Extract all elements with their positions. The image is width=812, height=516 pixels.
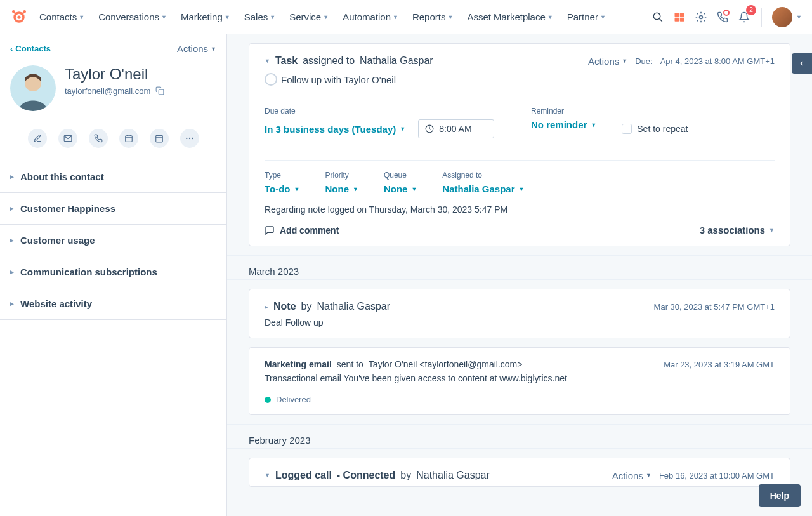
svg-rect-16 [159, 90, 164, 95]
marketplace-icon[interactable] [669, 6, 690, 28]
chevron-down-icon: ▼ [393, 14, 398, 20]
delivery-status: Delivered [249, 383, 790, 404]
note-card: ▸ Note by Nathalia Gaspar Mar 30, 2023 a… [249, 289, 790, 338]
sidebar-section-label: About this contact [20, 171, 104, 182]
sidebar-actions-dropdown[interactable]: Actions ▼ [177, 43, 216, 54]
note-author[interactable]: Nathalia Gaspar [317, 301, 390, 312]
reminder-dropdown[interactable]: No reminder ▼ [531, 119, 596, 130]
priority-label: Priority [325, 171, 358, 180]
queue-dropdown[interactable]: None▼ [384, 183, 417, 194]
due-date-dropdown[interactable]: In 3 business days (Tuesday) ▼ [265, 124, 405, 135]
sidebar-section-website[interactable]: ▸Website activity [0, 288, 226, 320]
chevron-down-icon: ▼ [161, 14, 167, 20]
sidebar-section-label: Website activity [20, 298, 92, 309]
comment-icon [265, 225, 275, 235]
nav-reports[interactable]: Reports▼ [412, 11, 453, 22]
settings-icon[interactable] [690, 6, 712, 28]
svg-point-2 [12, 10, 15, 13]
create-note-button[interactable] [28, 129, 47, 148]
chevron-right-icon: ▸ [10, 300, 14, 308]
hubspot-logo[interactable] [10, 8, 28, 26]
type-dropdown[interactable]: To-do▼ [265, 183, 299, 194]
task-assigned-to[interactable]: Nathalia Gaspar [360, 55, 433, 67]
contact-avatar[interactable] [10, 65, 56, 111]
user-avatar[interactable] [772, 7, 792, 27]
priority-dropdown[interactable]: None▼ [325, 183, 358, 194]
create-call-button[interactable] [89, 129, 108, 148]
svg-point-6 [653, 13, 660, 20]
contact-sidebar: ‹ Contacts Actions ▼ Taylor O'neil taylo… [0, 34, 227, 516]
set-to-repeat-checkbox[interactable]: Set to repeat [622, 119, 688, 138]
task-complete-checkbox[interactable] [265, 73, 277, 86]
svg-point-1 [17, 15, 20, 18]
add-comment-button[interactable]: Add comment [265, 225, 339, 235]
chevron-down-icon: ▼ [519, 186, 525, 192]
chevron-down-icon: ▼ [400, 126, 405, 132]
nav-partner[interactable]: Partner▼ [567, 11, 606, 22]
chevron-down-icon[interactable]: ▼ [796, 14, 802, 20]
nav-marketing[interactable]: Marketing▼ [181, 11, 230, 22]
nav-reports-label: Reports [412, 11, 446, 22]
chevron-right-icon[interactable]: ▸ [265, 303, 268, 311]
nav-sales[interactable]: Sales▼ [244, 11, 275, 22]
help-button[interactable]: Help [759, 484, 801, 507]
chevron-right-icon: ▸ [10, 204, 14, 213]
task-assigned-prefix: assigned to [303, 55, 355, 67]
call-actions-label: Actions [612, 470, 643, 481]
notifications-icon[interactable]: 2 [733, 6, 755, 28]
marketing-sent-prefix: sent to [337, 359, 363, 369]
note-body: Deal Follow up [249, 312, 790, 327]
more-actions-button[interactable] [180, 129, 199, 148]
create-meeting-button[interactable] [150, 129, 169, 148]
sidebar-section-usage[interactable]: ▸Customer usage [0, 225, 226, 256]
svg-rect-22 [155, 135, 162, 142]
create-task-button[interactable] [119, 129, 138, 148]
call-type-label: Logged call [275, 470, 332, 481]
reminder-label: Reminder [531, 107, 596, 116]
type-label: Type [265, 171, 299, 180]
month-header-march: March 2023 [227, 255, 812, 280]
assigned-to-dropdown[interactable]: Nathalia Gaspar▼ [442, 183, 524, 194]
chevron-down-icon: ▼ [323, 14, 329, 20]
create-email-button[interactable] [58, 129, 77, 148]
chevron-down-icon: ▼ [353, 186, 358, 192]
sidebar-section-label: Customer usage [20, 235, 95, 246]
marketing-type-label: Marketing email [265, 359, 332, 369]
sidebar-section-about[interactable]: ▸About this contact [0, 161, 226, 193]
nav-service[interactable]: Service▼ [289, 11, 329, 22]
right-drawer-toggle[interactable] [792, 53, 812, 74]
search-icon[interactable] [647, 6, 669, 28]
task-due-value: Apr 4, 2023 at 8:00 AM GMT+1 [660, 56, 775, 66]
due-time-input[interactable]: 8:00 AM [418, 119, 494, 138]
nav-automation[interactable]: Automation▼ [343, 11, 398, 22]
nav-asset-marketplace[interactable]: Asset Marketplace▼ [467, 11, 553, 22]
chevron-right-icon: ▸ [10, 268, 14, 276]
chevron-down-icon: ▼ [547, 14, 553, 20]
back-to-contacts[interactable]: ‹ Contacts [10, 44, 51, 53]
calling-icon[interactable] [712, 6, 733, 28]
nav-partner-label: Partner [567, 11, 598, 22]
queue-label: Queue [384, 171, 417, 180]
collapse-icon[interactable]: ▼ [265, 58, 270, 64]
svg-rect-9 [680, 13, 684, 17]
copy-icon[interactable] [155, 86, 164, 95]
nav-conversations-label: Conversations [98, 11, 159, 22]
note-by-prefix: by [301, 301, 312, 312]
sidebar-section-label: Communication subscriptions [20, 267, 157, 277]
associations-label: 3 associations [700, 225, 765, 235]
chevron-down-icon: ▼ [411, 186, 417, 192]
sidebar-section-happiness[interactable]: ▸Customer Happiness [0, 193, 226, 225]
sidebar-section-subscriptions[interactable]: ▸Communication subscriptions [0, 256, 226, 288]
task-actions-dropdown[interactable]: Actions ▼ [588, 56, 627, 67]
call-actions-dropdown[interactable]: Actions ▼ [612, 470, 652, 481]
call-author[interactable]: Nathalia Gaspar [416, 470, 490, 481]
topnav-divider [761, 8, 762, 27]
due-time-value: 8:00 AM [439, 124, 471, 134]
sidebar-actions-label: Actions [177, 43, 208, 54]
nav-automation-label: Automation [343, 11, 391, 22]
chevron-down-icon: ▼ [79, 14, 84, 20]
nav-contacts[interactable]: Contacts▼ [39, 11, 84, 22]
nav-conversations[interactable]: Conversations▼ [98, 11, 167, 22]
associations-dropdown[interactable]: 3 associations ▼ [700, 225, 775, 235]
collapse-icon[interactable]: ▼ [265, 472, 270, 479]
